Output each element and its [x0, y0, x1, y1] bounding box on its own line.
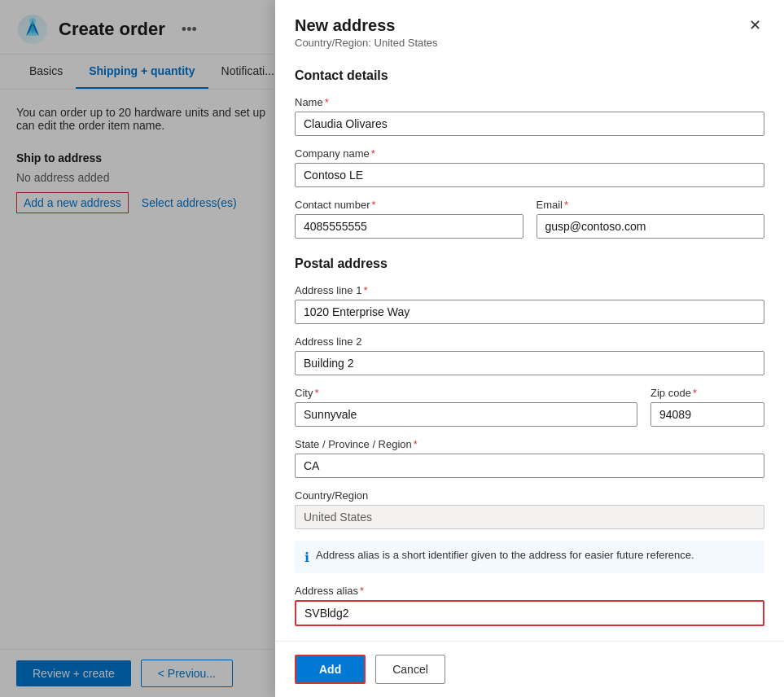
- country-label: Country/Region: [295, 489, 764, 502]
- address-line2-field-group: Address line 2: [295, 335, 764, 375]
- address-line1-field-group: Address line 1*: [295, 284, 764, 324]
- zip-code-field-group: Zip code*: [650, 387, 764, 427]
- zip-code-input[interactable]: [650, 402, 764, 427]
- state-required: *: [414, 438, 418, 450]
- email-required: *: [564, 199, 568, 211]
- zip-required: *: [693, 387, 697, 399]
- zip-code-label: Zip code*: [650, 387, 764, 399]
- country-field-group: Country/Region: [295, 489, 764, 529]
- alias-required: *: [360, 585, 364, 597]
- contact-number-field-group: Contact number*: [295, 199, 523, 239]
- cancel-button[interactable]: Cancel: [375, 655, 445, 684]
- company-name-input[interactable]: [295, 163, 764, 187]
- contact-details-heading: Contact details: [295, 68, 764, 83]
- contact-number-label: Contact number*: [295, 199, 523, 211]
- email-input[interactable]: [537, 214, 765, 239]
- city-zip-row: City* Zip code*: [295, 387, 764, 438]
- modal-header: New address Country/Region: United State…: [275, 0, 784, 52]
- address-alias-info-box: ℹ Address alias is a short identifier gi…: [295, 541, 764, 573]
- city-input[interactable]: [295, 402, 637, 427]
- add-button[interactable]: Add: [295, 655, 366, 684]
- contact-email-row: Contact number* Email*: [295, 199, 764, 250]
- name-field-group: Name*: [295, 96, 764, 136]
- postal-address-heading: Postal address: [295, 256, 764, 271]
- city-label: City*: [295, 387, 637, 399]
- address-alias-label: Address alias*: [295, 585, 764, 597]
- email-field-group: Email*: [537, 199, 765, 239]
- info-icon: ℹ: [304, 550, 309, 565]
- company-required: *: [371, 147, 375, 160]
- new-address-modal: New address Country/Region: United State…: [275, 0, 784, 697]
- city-field-group: City*: [295, 387, 637, 427]
- address-line1-input[interactable]: [295, 300, 764, 324]
- address-line2-input[interactable]: [295, 351, 764, 375]
- state-label: State / Province / Region*: [295, 438, 764, 450]
- city-required: *: [314, 387, 318, 399]
- modal-close-button[interactable]: ✕: [746, 13, 764, 37]
- contact-number-input[interactable]: [295, 214, 523, 239]
- address-alias-field-group: Address alias*: [295, 585, 764, 626]
- modal-body: Contact details Name* Company name* Cont…: [275, 52, 784, 641]
- state-input[interactable]: [295, 454, 764, 478]
- address-line2-label: Address line 2: [295, 335, 764, 348]
- email-label: Email*: [537, 199, 765, 211]
- name-input[interactable]: [295, 112, 764, 136]
- company-name-label: Company name*: [295, 147, 764, 160]
- state-field-group: State / Province / Region*: [295, 438, 764, 478]
- name-required: *: [325, 96, 329, 108]
- addr1-required: *: [363, 284, 367, 296]
- modal-title-group: New address Country/Region: United State…: [295, 16, 438, 49]
- modal-subtitle: Country/Region: United States: [295, 37, 438, 49]
- company-name-field-group: Company name*: [295, 147, 764, 187]
- info-text: Address alias is a short identifier give…: [316, 549, 694, 561]
- contact-required: *: [372, 199, 376, 211]
- modal-footer: Add Cancel: [275, 641, 784, 697]
- address-alias-input[interactable]: [295, 600, 764, 626]
- modal-title: New address: [295, 16, 438, 35]
- address-line1-label: Address line 1*: [295, 284, 764, 296]
- name-label: Name*: [295, 96, 764, 108]
- country-input: [295, 505, 764, 529]
